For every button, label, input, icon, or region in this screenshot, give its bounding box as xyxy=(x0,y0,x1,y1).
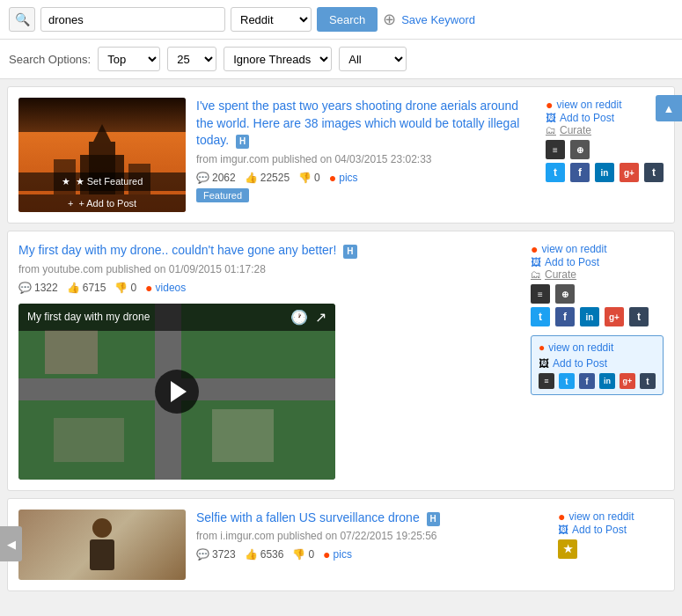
clock-icon[interactable]: 🕐 xyxy=(290,309,308,326)
facebook-icon-2[interactable]: f xyxy=(555,307,575,326)
view-on-reddit-3[interactable]: ● view on reddit xyxy=(558,510,664,524)
panel-view-reddit[interactable]: view on reddit xyxy=(548,341,613,354)
upvote-stat-1: 👍 22525 xyxy=(245,172,290,184)
svg-rect-10 xyxy=(54,418,124,462)
panel-social-icons: ≡ t f in g+ t xyxy=(539,373,656,389)
add-to-post-thumb-btn[interactable]: + + Add to Post xyxy=(68,198,136,209)
curate-link-2[interactable]: 🗂 Curate xyxy=(531,268,664,281)
panel-twitter-icon[interactable]: t xyxy=(559,373,575,389)
panel-google-icon[interactable]: g+ xyxy=(620,373,635,389)
tag-link-1[interactable]: pics xyxy=(339,172,357,184)
panel-facebook-icon[interactable]: f xyxy=(579,373,595,389)
downvote-stat-3: 👎 0 xyxy=(292,548,314,561)
svg-rect-8 xyxy=(45,330,98,374)
post-stats-1: 💬 2062 👍 22525 👎 0 xyxy=(196,171,537,185)
set-featured-overlay[interactable]: ★ ★ Set Featured xyxy=(18,172,186,191)
add-to-post-icon-2: 🖼 xyxy=(531,256,541,268)
post-left-3: Selfie with a fallen US surveillance dro… xyxy=(18,510,549,580)
add-to-post-2[interactable]: 🖼 Add to Post xyxy=(531,256,664,268)
count-select[interactable]: 25 10 50 100 xyxy=(167,47,216,71)
downvote-stat-1: 👎 0 xyxy=(298,172,320,184)
reddit-tag-3: ● pics xyxy=(323,547,352,561)
post-thumbnail-1[interactable]: ★ ★ Set Featured + + Add to Post xyxy=(18,98,186,212)
curate-icon-2: 🗂 xyxy=(531,268,541,281)
panel-reddit-row: ● view on reddit xyxy=(539,341,656,354)
thread-filter-select[interactable]: Ignore Threads All Threads xyxy=(224,47,332,71)
add-to-post-overlay-1[interactable]: + + Add to Post xyxy=(18,194,186,212)
post-meta-1: from imgur.com published on 04/03/2015 2… xyxy=(196,153,537,165)
panel-buffer-icon[interactable]: ≡ xyxy=(539,373,554,389)
search-input[interactable] xyxy=(40,7,225,32)
layers-icon-2[interactable]: ⊕ xyxy=(555,284,575,304)
person-head xyxy=(92,518,112,538)
facebook-icon-1[interactable]: f xyxy=(570,163,590,182)
view-on-reddit-1[interactable]: ● view on reddit xyxy=(546,98,664,112)
post-stats-3: 💬 3723 👍 6536 👎 0 xyxy=(196,547,549,561)
add-to-post-icon-1: 🖼 xyxy=(546,112,556,124)
comment-stat-2: 💬 1322 xyxy=(18,282,58,294)
twitter-icon-1[interactable]: t xyxy=(546,163,565,182)
google-icon-1[interactable]: g+ xyxy=(620,163,639,182)
selfie-background xyxy=(18,510,186,580)
video-container[interactable]: My first day with my drone 🕐 ↗ xyxy=(18,304,335,480)
expanded-panel: ● view on reddit 🖼 Add to Post ≡ t f in xyxy=(531,335,664,395)
downvote-stat-2: 👎 0 xyxy=(114,282,136,294)
reddit-tag-1: ● pics xyxy=(329,171,358,185)
add-to-post-1[interactable]: 🖼 Add to Post xyxy=(546,112,664,124)
person-body xyxy=(90,539,114,570)
curate-link-1[interactable]: 🗂 Curate xyxy=(546,124,664,136)
panel-add-row: 🖼 Add to Post xyxy=(539,357,656,370)
post-thumbnail-3[interactable] xyxy=(18,510,186,580)
comment-stat-1: 💬 2062 xyxy=(196,172,236,184)
share-icon[interactable]: ↗ xyxy=(315,309,326,326)
post-title-2[interactable]: My first day with my drone.. couldn't ha… xyxy=(18,242,522,260)
google-icon-2[interactable]: g+ xyxy=(605,307,624,326)
reddit-icon-1: ● xyxy=(329,171,336,185)
coin-icon-3[interactable]: ★ xyxy=(558,539,577,559)
social-icons-row-1: t f in g+ t xyxy=(546,163,664,182)
scroll-left-button[interactable]: ◀ xyxy=(0,526,22,561)
scroll-up-button[interactable]: ▲ xyxy=(656,95,682,121)
video-title-text: My first day with my drone xyxy=(27,311,150,323)
add-to-post-3[interactable]: 🖼 Add to Post xyxy=(558,524,664,536)
h-badge-2: H xyxy=(343,245,356,259)
post-title-3[interactable]: Selfie with a fallen US surveillance dro… xyxy=(196,510,549,527)
post-stats-2: 💬 1322 👍 6715 👎 0 ● videos xyxy=(18,281,522,295)
twitter-icon-2[interactable]: t xyxy=(531,307,550,326)
save-keyword-link[interactable]: Save Keyword xyxy=(401,13,475,26)
platform-select[interactable]: Reddit Twitter Facebook YouTube xyxy=(231,7,312,32)
plus-icon: + xyxy=(68,198,73,209)
type-select[interactable]: All Images Videos xyxy=(339,47,407,71)
post-actions-1: ● view on reddit 🖼 Add to Post 🗂 Curate … xyxy=(537,98,664,212)
reddit-icon-action-2: ● xyxy=(531,242,538,256)
post-row-2: My first day with my drone.. couldn't ha… xyxy=(18,242,664,480)
view-on-reddit-2[interactable]: ● view on reddit xyxy=(531,242,664,256)
post-meta-3: from i.imgur.com published on 07/22/2015… xyxy=(196,530,549,542)
linkedin-icon-1[interactable]: in xyxy=(595,163,614,182)
tag-link-2[interactable]: videos xyxy=(156,282,187,294)
buffer-icon-1[interactable]: ≡ xyxy=(546,140,565,159)
scroll-up-icon: ▲ xyxy=(664,102,675,115)
post-title-1[interactable]: I've spent the past two years shooting d… xyxy=(196,98,537,150)
panel-linkedin-icon[interactable]: in xyxy=(599,373,615,389)
panel-add-to-post[interactable]: Add to Post xyxy=(553,357,607,370)
h-badge-1: H xyxy=(236,135,249,149)
linkedin-icon-2[interactable]: in xyxy=(580,307,599,326)
tag-link-3[interactable]: pics xyxy=(334,548,352,561)
panel-add-icon: 🖼 xyxy=(539,357,549,370)
panel-tumblr-icon[interactable]: t xyxy=(640,373,656,389)
buffer-icon-2[interactable]: ≡ xyxy=(531,284,550,304)
post-item-3: Selfie with a fallen US surveillance dro… xyxy=(7,498,675,591)
layers-icon-1[interactable]: ⊕ xyxy=(570,140,590,159)
social-icons-2: ≡ ⊕ xyxy=(531,284,664,304)
options-label: Search Options: xyxy=(9,53,91,66)
tumblr-icon-2[interactable]: t xyxy=(629,307,649,326)
svg-rect-9 xyxy=(212,409,274,462)
sort-select[interactable]: Top New Hot Rising xyxy=(98,47,160,71)
play-button[interactable] xyxy=(155,370,199,414)
search-button[interactable]: Search xyxy=(317,7,378,32)
search-icon-button[interactable]: 🔍 xyxy=(9,7,35,32)
tumblr-icon-1[interactable]: t xyxy=(644,163,664,182)
play-triangle xyxy=(171,381,187,402)
set-featured-btn[interactable]: ★ ★ Set Featured xyxy=(62,176,143,187)
